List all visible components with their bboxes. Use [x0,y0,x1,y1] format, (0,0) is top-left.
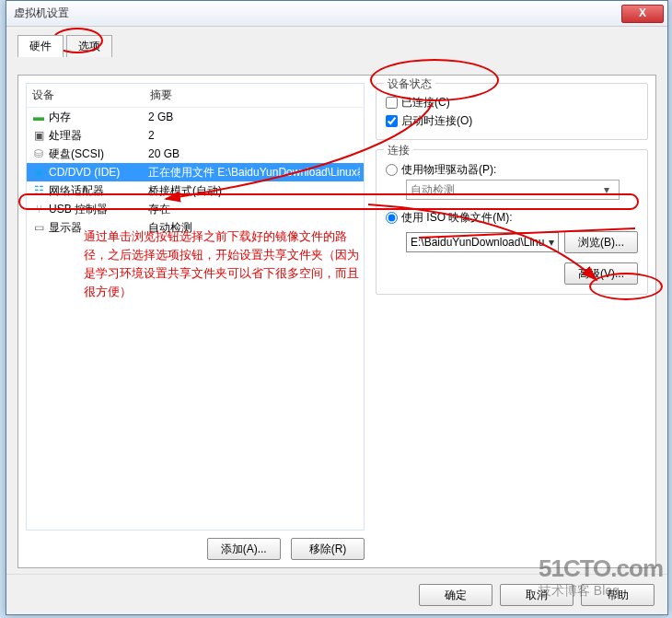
device-summary: 存在 [148,202,360,217]
chevron-down-icon: ▾ [549,236,554,249]
device-row[interactable]: ▬内存2 GB [27,108,364,126]
device-name: CD/DVD (IDE) [49,166,148,179]
help-button[interactable]: 帮助 [581,584,655,606]
titlebar: 虚拟机设置 X [6,1,667,27]
status-group: 设备状态 已连接(C) 启动时连接(O) [376,83,648,140]
annotation-text: 通过单击浏览按钮选择之前下载好的镜像文件的路径，之后选择选项按钮，开始设置共享文… [84,227,360,301]
device-list: 设备 摘要 ▬内存2 GB▣处理器2⛁硬盘(SCSI)20 GB◉CD/DVD … [26,83,365,531]
browse-button[interactable]: 浏览(B)... [564,231,638,253]
iso-path-combo[interactable]: E:\BaiduYunDownload\Linu ▾ [406,232,559,252]
device-row[interactable]: ☷网络适配器桥接模式(自动) [27,181,364,200]
device-row[interactable]: ▣处理器2 [27,126,364,145]
tab-hardware[interactable]: 硬件 [17,35,64,57]
status-legend: 设备状态 [384,76,435,92]
device-row[interactable]: ⛁硬盘(SCSI)20 GB [27,145,364,163]
col-header-device: 设备 [32,87,150,103]
vm-settings-window: 虚拟机设置 X 硬件 选项 设备 摘要 ▬内存2 GB▣处理器2⛁硬盘(SCSI… [6,0,668,615]
device-icon: ⛁ [30,147,47,160]
left-buttons: 添加(A)... 移除(R) [26,538,365,560]
advanced-button[interactable]: 高级(V)... [564,262,638,285]
iso-radio[interactable] [386,212,398,224]
connection-legend: 连接 [384,143,413,158]
connected-box[interactable] [386,97,398,109]
device-summary: 2 GB [148,111,360,123]
device-name: 网络适配器 [49,183,148,199]
body: 硬件 选项 设备 摘要 ▬内存2 GB▣处理器2⛁硬盘(SCSI)20 GB◉C… [6,27,667,614]
use-iso-radio[interactable]: 使用 ISO 映像文件(M): [386,207,638,227]
device-icon: ◉ [30,166,47,179]
remove-button[interactable]: 移除(R) [291,538,365,560]
close-button[interactable]: X [621,5,664,23]
device-name: 内存 [49,110,148,125]
device-name: 硬盘(SCSI) [49,146,148,162]
tabs: 硬件 选项 [17,34,656,56]
physical-drive-select[interactable]: 自动检测 ▾ [406,180,620,200]
connection-group: 连接 使用物理驱动器(P): 自动检测 ▾ 使用 ISO 映像文件(M): [376,149,648,295]
device-summary: 20 GB [148,147,360,160]
device-icon: ▭ [30,221,47,234]
chevron-down-icon: ▾ [598,183,615,196]
list-header: 设备 摘要 [27,84,364,108]
device-icon: ▬ [30,111,47,123]
connect-on-box[interactable] [386,115,398,127]
device-icon: ☷ [30,184,47,197]
phys-radio[interactable] [386,164,398,176]
dialog-buttons: 确定 取消 帮助 [6,574,667,614]
device-summary: 桥接模式(自动) [148,183,360,199]
device-summary: 正在使用文件 E:\BaiduYunDownload\Linux教学环境及规范\… [148,165,360,181]
cancel-button[interactable]: 取消 [500,584,574,606]
connect-on-start-checkbox[interactable]: 启动时连接(O) [386,111,638,130]
device-icon: ▣ [30,129,47,142]
device-detail: 设备状态 已连接(C) 启动时连接(O) 连接 使用物理驱动器(P): [376,83,648,560]
col-header-summary: 摘要 [150,87,172,103]
ok-button[interactable]: 确定 [419,584,492,606]
device-row[interactable]: ◉CD/DVD (IDE)正在使用文件 E:\BaiduYunDownload\… [27,163,364,181]
tab-options[interactable]: 选项 [66,35,112,57]
hardware-panel: 设备 摘要 ▬内存2 GB▣处理器2⛁硬盘(SCSI)20 GB◉CD/DVD … [17,75,656,568]
add-button[interactable]: 添加(A)... [207,538,281,560]
window-title: 虚拟机设置 [14,6,621,21]
device-name: 处理器 [49,128,148,144]
iso-path-text: E:\BaiduYunDownload\Linu [411,236,544,249]
use-physical-radio[interactable]: 使用物理驱动器(P): [386,159,638,180]
device-name: USB 控制器 [49,202,148,217]
device-row[interactable]: ⑂USB 控制器存在 [27,200,364,218]
auto-detect-label: 自动检测 [411,182,455,198]
device-summary: 2 [148,129,360,142]
device-icon: ⑂ [30,203,47,216]
connected-checkbox[interactable]: 已连接(C) [386,93,638,111]
